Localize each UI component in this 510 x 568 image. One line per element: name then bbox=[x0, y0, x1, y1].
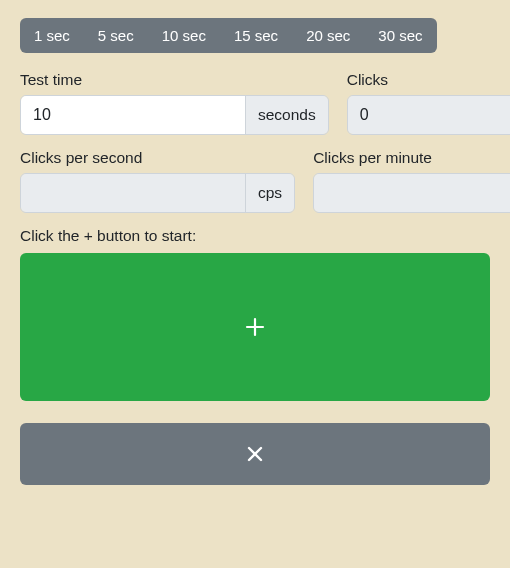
cpm-label: Clicks per minute bbox=[313, 149, 510, 167]
time-tab-5sec[interactable]: 5 sec bbox=[84, 18, 148, 53]
test-time-input[interactable] bbox=[21, 96, 245, 134]
time-tab-30sec[interactable]: 30 sec bbox=[364, 18, 436, 53]
reset-button[interactable] bbox=[20, 423, 490, 485]
cps-label: Clicks per second bbox=[20, 149, 295, 167]
clicks-input bbox=[348, 96, 510, 134]
time-tab-10sec[interactable]: 10 sec bbox=[148, 18, 220, 53]
instruction-text: Click the + button to start: bbox=[20, 227, 490, 245]
clicks-label: Clicks bbox=[347, 71, 510, 89]
time-tab-15sec[interactable]: 15 sec bbox=[220, 18, 292, 53]
cps-input bbox=[21, 174, 245, 212]
time-tab-1sec[interactable]: 1 sec bbox=[20, 18, 84, 53]
time-tab-20sec[interactable]: 20 sec bbox=[292, 18, 364, 53]
plus-icon bbox=[244, 316, 266, 338]
test-time-unit: seconds bbox=[245, 96, 328, 134]
start-button[interactable] bbox=[20, 253, 490, 401]
test-time-label: Test time bbox=[20, 71, 329, 89]
cpm-input bbox=[314, 174, 510, 212]
time-tabs: 1 sec 5 sec 10 sec 15 sec 20 sec 30 sec bbox=[20, 18, 437, 53]
cps-unit: cps bbox=[245, 174, 294, 212]
click-test-panel: 1 sec 5 sec 10 sec 15 sec 20 sec 30 sec … bbox=[0, 0, 510, 568]
close-icon bbox=[246, 445, 264, 463]
